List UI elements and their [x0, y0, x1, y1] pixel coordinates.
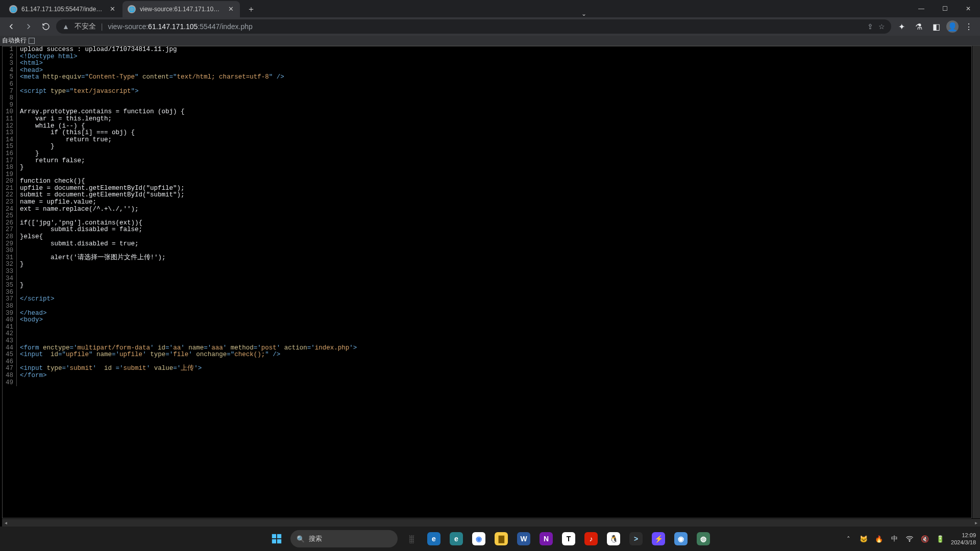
wifi-icon[interactable] — [905, 534, 914, 543]
line-code[interactable] — [17, 303, 971, 310]
reload-button[interactable] — [39, 19, 53, 34]
line-code[interactable]: <head> — [17, 67, 971, 74]
taskbar-app-edge[interactable]: e — [424, 529, 444, 548]
line-code[interactable]: <form enctype='multipart/form-data' id='… — [17, 345, 971, 352]
line-code[interactable]: <!Doctype html> — [17, 54, 971, 61]
line-code[interactable]: <script type="text/javascript"> — [17, 88, 971, 95]
horizontal-scrollbar[interactable]: ◂ ▸ — [2, 519, 980, 527]
close-icon[interactable]: ✕ — [227, 5, 235, 13]
line-code[interactable] — [17, 171, 971, 179]
line-code[interactable]: name = upfile.value; — [17, 199, 971, 206]
taskbar-app-chromium[interactable]: ◉ — [671, 529, 691, 548]
autowrap-checkbox[interactable] — [29, 38, 35, 44]
line-code[interactable]: if (this[i] === obj) { — [17, 130, 971, 137]
share-icon[interactable]: ⇪ — [867, 22, 873, 31]
line-code[interactable] — [17, 268, 971, 276]
line-code[interactable]: if(['jpg','png'].contains(ext)){ — [17, 220, 971, 227]
line-code[interactable] — [17, 289, 971, 296]
line-code[interactable]: Array.prototype.contains = function (obj… — [17, 109, 971, 116]
line-code[interactable]: alert('请选择一张图片文件上传!'); — [17, 255, 971, 262]
line-code[interactable]: } — [17, 143, 971, 151]
line-code[interactable]: return true; — [17, 137, 971, 144]
taskbar-app-burp[interactable]: ⚡ — [649, 529, 668, 548]
tab-active[interactable]: 🌐 view-source:61.147.171.105:55 ✕ — [122, 1, 240, 17]
scroll-left-icon[interactable]: ◂ — [2, 519, 10, 527]
volume-icon[interactable]: 🔇 — [920, 534, 929, 543]
clock-date: 2024/3/18 — [951, 539, 976, 546]
line-code[interactable]: upfile = document.getElementById("upfile… — [17, 185, 971, 192]
close-icon[interactable]: ✕ — [108, 5, 116, 13]
line-code[interactable] — [17, 247, 971, 255]
line-code[interactable] — [17, 338, 971, 345]
line-code[interactable]: <html> — [17, 60, 971, 67]
taskbar-app-typora[interactable]: T — [559, 529, 578, 548]
menu-icon[interactable]: ⋮ — [962, 19, 976, 34]
start-button[interactable] — [267, 529, 286, 548]
taskbar-search[interactable]: 🔍 搜索 — [290, 530, 398, 547]
ime-indicator[interactable]: 中 — [890, 534, 899, 543]
source-content[interactable]: 1upload success : upload/1710734814.11.j… — [2, 46, 972, 518]
tray-app-icon[interactable]: 🔥 — [874, 534, 884, 543]
line-code[interactable]: } — [17, 261, 971, 268]
line-code[interactable]: <input type='submit' id ='submit' value=… — [17, 365, 971, 372]
line-code[interactable]: } — [17, 282, 971, 289]
extensions-icon[interactable]: ✦ — [894, 19, 909, 34]
line-code[interactable] — [17, 81, 971, 88]
tab-inactive[interactable]: 🌐 61.147.171.105:55447/index.p ✕ — [4, 1, 121, 17]
minimize-button[interactable]: ― — [910, 0, 933, 17]
chevron-up-icon[interactable]: ˄ — [844, 534, 853, 543]
sidepanel-icon[interactable]: ◧ — [929, 19, 943, 34]
line-code[interactable]: var i = this.length; — [17, 116, 971, 123]
labs-icon[interactable]: ⚗ — [912, 19, 926, 34]
tray-app-icon[interactable]: 🐱 — [859, 534, 868, 543]
line-code[interactable]: while (i--) { — [17, 123, 971, 130]
line-code[interactable]: </form> — [17, 372, 971, 380]
new-tab-button[interactable]: ＋ — [244, 2, 258, 16]
taskbar-app-task-view[interactable]: ░ — [402, 529, 421, 548]
line-code[interactable]: <input id="upfile" name='upfile' type='f… — [17, 352, 971, 359]
line-code[interactable]: submit = document.getElementById("submit… — [17, 192, 971, 199]
line-code[interactable]: ext = name.replace(/^.+\./,''); — [17, 206, 971, 213]
tab-overflow-icon[interactable]: ⌄ — [576, 10, 592, 17]
taskbar-app-explorer[interactable]: ▇ — [492, 529, 511, 548]
back-button[interactable] — [4, 19, 18, 34]
line-code[interactable]: function check(){ — [17, 178, 971, 185]
source-line: 17 return false; — [3, 158, 971, 165]
taskbar-app-app[interactable]: ◍ — [694, 529, 713, 548]
line-code[interactable]: </head> — [17, 310, 971, 317]
line-code[interactable]: <body> — [17, 317, 971, 324]
line-code[interactable]: }else{ — [17, 234, 971, 241]
scroll-right-icon[interactable]: ▸ — [972, 519, 980, 527]
line-code[interactable]: } — [17, 164, 971, 171]
forward-button[interactable] — [21, 19, 36, 34]
line-code[interactable] — [17, 276, 971, 283]
close-window-button[interactable]: ✕ — [957, 0, 980, 17]
profile-icon[interactable]: 👤 — [946, 20, 959, 33]
vertical-scrollbar[interactable] — [972, 46, 980, 518]
line-code[interactable]: } — [17, 151, 971, 158]
taskbar-clock[interactable]: 12:09 2024/3/18 — [951, 532, 976, 546]
line-code[interactable]: upload success : upload/1710734814.11.jp… — [17, 46, 971, 54]
taskbar-app-chrome[interactable]: ◉ — [469, 529, 488, 548]
line-code[interactable]: submit.disabled = false; — [17, 227, 971, 234]
line-code[interactable] — [17, 380, 971, 387]
taskbar-app-edge-dev[interactable]: e — [447, 529, 466, 548]
address-bar[interactable]: ▲ 不安全 | view-source:61.147.171.105:55447… — [56, 19, 891, 34]
line-code[interactable] — [17, 102, 971, 109]
line-code[interactable]: submit.disabled = true; — [17, 241, 971, 248]
battery-icon[interactable]: 🔋 — [936, 534, 945, 543]
line-code[interactable] — [17, 324, 971, 331]
taskbar-app-netease[interactable]: ♪ — [581, 529, 601, 548]
taskbar-app-word[interactable]: W — [514, 529, 533, 548]
line-code[interactable]: </script> — [17, 296, 971, 303]
taskbar-app-qq[interactable]: 🐧 — [604, 529, 623, 548]
line-code[interactable]: <meta http-equiv="Content-Type" content=… — [17, 74, 971, 81]
line-code[interactable] — [17, 331, 971, 338]
taskbar-app-onenote[interactable]: N — [536, 529, 556, 548]
line-code[interactable] — [17, 213, 971, 220]
maximize-button[interactable]: ☐ — [933, 0, 957, 17]
taskbar-app-terminal[interactable]: > — [626, 529, 646, 548]
line-code[interactable]: return false; — [17, 158, 971, 165]
bookmark-icon[interactable]: ☆ — [878, 22, 885, 31]
line-code[interactable] — [17, 95, 971, 102]
